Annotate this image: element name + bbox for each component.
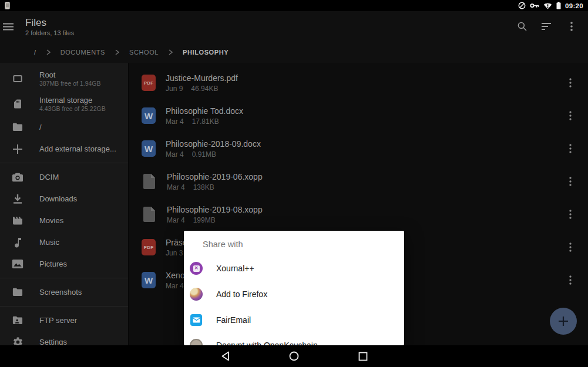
file-row[interactable]: PDF Justice-Murders.pdf Jun 946.94KB bbox=[129, 66, 588, 99]
file-name: Philosophie-2019-08.xopp bbox=[167, 205, 263, 215]
recents-button[interactable] bbox=[353, 348, 373, 365]
file-date: Mar 4 bbox=[166, 117, 184, 126]
drawer-section-quick: Screenshots bbox=[0, 278, 128, 306]
folder-icon bbox=[11, 120, 25, 134]
file-overflow-icon[interactable] bbox=[563, 107, 578, 124]
device-notification-icon bbox=[5, 2, 10, 9]
file-date: Mar 4 bbox=[167, 183, 185, 191]
share-dialog-title: Share with bbox=[184, 231, 404, 249]
sidebar-item-pictures[interactable]: Pictures bbox=[0, 253, 128, 275]
navigation-drawer: Root387MB free of 1.94GB Internal storag… bbox=[0, 63, 129, 345]
home-button[interactable] bbox=[284, 348, 304, 365]
sidebar-item-downloads[interactable]: Downloads bbox=[0, 188, 128, 210]
chevron-right-icon bbox=[46, 49, 51, 55]
sidebar-item-sub: 4.43GB free of 25.22GB bbox=[39, 105, 106, 112]
file-overflow-icon[interactable] bbox=[563, 238, 578, 256]
back-button[interactable] bbox=[216, 348, 236, 365]
share-item-openkeychain[interactable]: Decrypt with OpenKeychain bbox=[184, 333, 404, 345]
sidebar-item-label: Music bbox=[39, 238, 59, 247]
sidebar-item-label: / bbox=[39, 123, 42, 132]
generic-file-icon bbox=[142, 206, 157, 223]
share-item-label: Xournal++ bbox=[216, 264, 254, 273]
sidebar-item-label: Screenshots bbox=[39, 288, 82, 297]
sidebar-item-label: Movies bbox=[39, 216, 63, 225]
file-size: 0.91MB bbox=[192, 150, 216, 159]
file-date: Jun 3 bbox=[166, 249, 183, 257]
overflow-menu-icon[interactable] bbox=[563, 18, 580, 35]
root-icon bbox=[11, 72, 25, 86]
word-file-icon: W bbox=[142, 140, 156, 157]
sidebar-item-fs-root[interactable]: / bbox=[0, 116, 128, 138]
app-bar: Files 2 folders, 13 files bbox=[0, 11, 588, 42]
search-icon[interactable] bbox=[514, 18, 530, 35]
file-overflow-icon[interactable] bbox=[563, 140, 578, 157]
file-size: 199MB bbox=[193, 216, 216, 224]
camera-icon bbox=[11, 170, 25, 184]
sort-icon[interactable] bbox=[539, 18, 555, 35]
sidebar-item-settings[interactable]: Settings bbox=[0, 331, 128, 345]
openkeychain-icon bbox=[190, 339, 203, 345]
word-file-icon: W bbox=[142, 107, 156, 124]
fairemail-icon bbox=[190, 314, 203, 326]
share-item-fairemail[interactable]: FairEmail bbox=[184, 307, 404, 333]
file-overflow-icon[interactable] bbox=[563, 74, 578, 92]
file-row[interactable]: W Philosophie-2018-09.docx Mar 40.91MB bbox=[129, 132, 588, 165]
file-row[interactable]: W Philosophie Tod.docx Mar 417.81KB bbox=[129, 99, 588, 132]
sidebar-item-add-external-storage[interactable]: Add external storage... bbox=[0, 138, 128, 160]
share-item-xournal[interactable]: ✕ Xournal++ bbox=[184, 255, 404, 281]
generic-file-icon bbox=[142, 173, 157, 190]
share-app-list: ✕ Xournal++ Add to Firefox FairEmail Dec… bbox=[184, 255, 404, 345]
gear-icon bbox=[11, 335, 25, 346]
chevron-right-icon bbox=[169, 49, 173, 55]
breadcrumb-segment-documents[interactable]: DOCUMENTS bbox=[61, 49, 105, 56]
download-icon bbox=[11, 192, 25, 206]
file-row[interactable]: Philosophie-2019-08.xopp Mar 4199MB bbox=[129, 198, 588, 231]
file-date: Mar 4 bbox=[166, 150, 184, 159]
menu-icon[interactable] bbox=[0, 18, 16, 35]
plus-icon bbox=[558, 316, 569, 326]
sidebar-item-root[interactable]: Root387MB free of 1.94GB bbox=[0, 66, 128, 91]
pdf-file-icon: PDF bbox=[142, 75, 156, 91]
sidebar-item-ftp-server[interactable]: FTP server bbox=[0, 309, 128, 331]
firefox-icon bbox=[190, 288, 203, 301]
file-size: 46.94KB bbox=[191, 85, 218, 93]
file-overflow-icon[interactable] bbox=[563, 206, 578, 223]
add-fab-button[interactable] bbox=[550, 308, 577, 335]
sidebar-item-dcim[interactable]: DCIM bbox=[0, 166, 128, 188]
file-date: Mar 4 bbox=[166, 282, 184, 290]
share-item-firefox[interactable]: Add to Firefox bbox=[184, 281, 404, 307]
file-overflow-icon[interactable] bbox=[563, 271, 578, 289]
chevron-right-icon bbox=[115, 49, 119, 55]
file-size: 138KB bbox=[193, 183, 214, 191]
file-row[interactable]: Philosophie-2019-06.xopp Mar 4138KB bbox=[129, 165, 588, 198]
android-nav-bar bbox=[0, 345, 588, 367]
sidebar-item-internal-storage[interactable]: Internal storage4.43GB free of 25.22GB bbox=[0, 91, 128, 116]
status-bar: 09:20 bbox=[0, 0, 588, 11]
share-item-label: Decrypt with OpenKeychain bbox=[216, 341, 318, 345]
breadcrumb-segment-philosophy: PHILOSOPHY bbox=[183, 49, 229, 56]
battery-icon bbox=[556, 2, 561, 9]
wifi-alert-icon bbox=[543, 2, 552, 9]
file-name: Philosophie-2018-09.docx bbox=[166, 139, 261, 149]
page-title: Files bbox=[25, 17, 74, 28]
sidebar-item-movies[interactable]: Movies bbox=[0, 210, 128, 231]
breadcrumb-segment-school[interactable]: SCHOOL bbox=[129, 49, 159, 56]
movie-icon bbox=[11, 214, 25, 228]
pdf-file-icon: PDF bbox=[142, 239, 156, 255]
vpn-key-icon bbox=[530, 2, 539, 9]
sidebar-item-label: FTP server bbox=[39, 316, 77, 325]
music-note-icon bbox=[11, 235, 25, 250]
drawer-section-media: DCIM Downloads Movies Music bbox=[0, 163, 128, 278]
page-subtitle: 2 folders, 13 files bbox=[25, 29, 74, 36]
breadcrumb-root[interactable]: / bbox=[34, 49, 36, 56]
breadcrumb: / DOCUMENTS SCHOOL PHILOSOPHY bbox=[0, 42, 588, 63]
file-date: Mar 4 bbox=[167, 216, 185, 224]
ftp-folder-icon bbox=[11, 314, 25, 328]
sidebar-item-screenshots[interactable]: Screenshots bbox=[0, 281, 128, 303]
file-overflow-icon[interactable] bbox=[563, 173, 578, 190]
appbar-actions bbox=[514, 18, 588, 35]
sidebar-item-music[interactable]: Music bbox=[0, 231, 128, 253]
file-name: Philosophie Tod.docx bbox=[166, 106, 243, 116]
sidebar-item-label: DCIM bbox=[39, 173, 59, 181]
title-block: Files 2 folders, 13 files bbox=[25, 17, 74, 36]
